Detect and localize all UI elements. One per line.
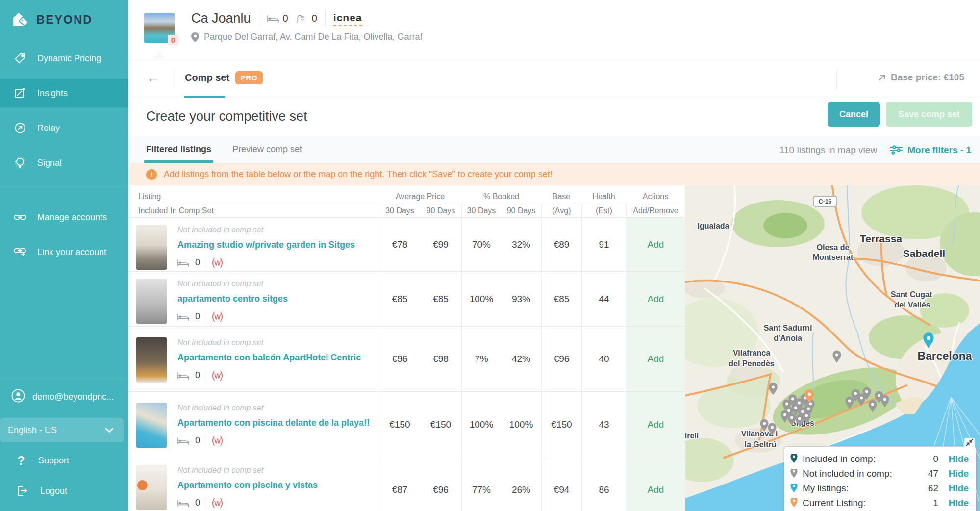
bed-count: 0 bbox=[195, 370, 200, 381]
listing-name-link[interactable]: Apartamento con piscina y vistas bbox=[177, 479, 318, 492]
svg-text:Barcelona: Barcelona bbox=[917, 350, 972, 362]
subheader-30-days-price[interactable]: 30 Days bbox=[379, 204, 420, 217]
avg-90: €98 bbox=[420, 327, 461, 391]
base-avg: €96 bbox=[541, 327, 581, 391]
avg-30: €150 bbox=[379, 392, 420, 458]
col-header-health[interactable]: Health bbox=[581, 192, 626, 201]
cancel-button[interactable]: Cancel bbox=[828, 102, 880, 127]
back-arrow-icon[interactable]: ← bbox=[146, 70, 160, 86]
legend-row-included: Included in comp: 0 Hide bbox=[790, 452, 969, 466]
legend-row-current-listing: Current Listing: 1 Hide bbox=[790, 496, 969, 511]
svg-text:Terrassa: Terrassa bbox=[860, 233, 902, 244]
collapse-icon[interactable] bbox=[964, 438, 975, 449]
avg-90: €99 bbox=[420, 218, 461, 271]
col-header-pct-booked[interactable]: % Booked bbox=[461, 192, 541, 201]
thumbnail-caret bbox=[154, 52, 165, 58]
subheader-90-days-booked[interactable]: 90 Days bbox=[501, 206, 541, 215]
route-badge: C-16 bbox=[813, 196, 837, 206]
base-price[interactable]: Base price: €105 bbox=[878, 72, 964, 83]
tag-icon bbox=[13, 52, 27, 65]
beds-count: 0 bbox=[283, 13, 288, 24]
support-link[interactable]: ? Support bbox=[0, 445, 128, 476]
subheader-30-days-booked[interactable]: 30 Days bbox=[461, 204, 501, 217]
col-header-average-price[interactable]: Average Price bbox=[379, 192, 461, 201]
base-avg: €94 bbox=[541, 458, 581, 511]
svg-text:la Geltrú: la Geltrú bbox=[745, 440, 777, 449]
sidebar-item-label: Link your account bbox=[37, 247, 106, 257]
hide-link[interactable]: Hide bbox=[943, 468, 969, 479]
sub-tab-bar: Filtered listings Preview comp set 110 l… bbox=[128, 136, 980, 163]
svg-text:C-16: C-16 bbox=[818, 198, 831, 205]
info-banner: i Add listings from the table below or t… bbox=[128, 163, 980, 185]
svg-text:Sant Sadurní: Sant Sadurní bbox=[764, 324, 812, 332]
listing-name-link[interactable]: Apartamento con balcón ApartHotel Centri… bbox=[177, 351, 361, 365]
avg-90: €150 bbox=[420, 392, 461, 458]
arrow-up-right-icon bbox=[878, 74, 886, 81]
map-view[interactable]: C-16 Igualada Olesa de Montserrat Terras… bbox=[685, 185, 980, 511]
thumbnail-badge: 0 bbox=[168, 35, 178, 45]
tab-filtered-listings[interactable]: Filtered listings bbox=[146, 144, 211, 154]
listing-name-link[interactable]: Amazing studio w/private garden in Sitge… bbox=[177, 238, 355, 252]
user-avatar-icon bbox=[11, 388, 25, 406]
booked-90: 42% bbox=[501, 327, 541, 391]
hide-link[interactable]: Hide bbox=[943, 483, 969, 494]
col-header-listing[interactable]: Listing bbox=[128, 192, 379, 201]
add-button[interactable]: Add bbox=[648, 354, 664, 364]
svg-text:lrell: lrell bbox=[685, 432, 699, 440]
property-thumbnail[interactable]: 0 bbox=[144, 13, 175, 43]
booked-30: 7% bbox=[461, 327, 501, 391]
shower-icon bbox=[296, 14, 308, 23]
add-button[interactable]: Add bbox=[648, 419, 664, 430]
comp-status: Not included in comp set bbox=[177, 280, 288, 288]
listing-thumbnail bbox=[136, 465, 167, 510]
relay-icon bbox=[13, 122, 27, 134]
listing-name-link[interactable]: apartamento centro sitges bbox=[177, 292, 288, 306]
health-score: 91 bbox=[581, 218, 626, 271]
sidebar-item-insights[interactable]: Insights bbox=[0, 79, 128, 107]
sidebar-item-link-account[interactable]: Link your account bbox=[0, 238, 128, 266]
health-score: 43 bbox=[581, 392, 626, 458]
table-row: Not included in comp set Amazing studio … bbox=[128, 218, 685, 272]
tab-comp-set[interactable]: Comp set PRO bbox=[185, 71, 263, 84]
bed-icon bbox=[177, 436, 189, 445]
hide-link[interactable]: Hide bbox=[943, 454, 969, 464]
booked-90: 26% bbox=[501, 458, 541, 511]
account-email[interactable]: demo@beyondpric... bbox=[0, 379, 128, 415]
chevron-down-icon bbox=[105, 425, 114, 435]
save-comp-set-button[interactable]: Save comp set bbox=[886, 102, 972, 127]
sidebar-item-dynamic-pricing[interactable]: Dynamic Pricing bbox=[0, 44, 128, 73]
info-icon: i bbox=[146, 169, 157, 180]
booked-30: 70% bbox=[461, 218, 501, 271]
col-header-actions: Actions bbox=[626, 192, 685, 201]
logout-button[interactable]: Logout bbox=[0, 476, 128, 506]
hide-link[interactable]: Hide bbox=[943, 498, 969, 509]
subheader-add-remove: Add/Remove bbox=[626, 204, 685, 217]
tab-preview-comp-set[interactable]: Preview comp set bbox=[232, 144, 302, 154]
add-button[interactable]: Add bbox=[648, 485, 664, 495]
filter-sliders-icon bbox=[890, 145, 903, 155]
listing-thumbnail bbox=[136, 279, 167, 324]
sidebar-item-signal[interactable]: Signal bbox=[0, 149, 128, 177]
comp-status: Not included in comp set bbox=[177, 338, 361, 347]
listing-name-link[interactable]: Apartamento con piscina delante de la pl… bbox=[177, 416, 370, 430]
banner-text: Add listings from the table below or the… bbox=[164, 169, 553, 179]
sidebar-item-label: Dynamic Pricing bbox=[37, 53, 101, 64]
bed-icon bbox=[177, 499, 189, 508]
col-header-base[interactable]: Base bbox=[541, 192, 581, 201]
language-select[interactable]: English - US bbox=[0, 418, 124, 442]
add-button[interactable]: Add bbox=[648, 239, 664, 250]
sidebar-item-relay[interactable]: Relay bbox=[0, 114, 128, 142]
listing-thumbnail bbox=[136, 403, 167, 448]
subheader-90-days-price[interactable]: 90 Days bbox=[420, 206, 461, 215]
legend-row-not-included: Not included in comp: 47 Hide bbox=[790, 466, 969, 481]
booked-30: 100% bbox=[461, 272, 501, 326]
add-button[interactable]: Add bbox=[648, 294, 664, 305]
pin-icon-orange bbox=[790, 498, 798, 508]
question-mark-icon: ? bbox=[15, 454, 27, 468]
pin-icon-gray bbox=[790, 469, 798, 479]
bed-count: 0 bbox=[195, 498, 200, 508]
listing-thumbnail bbox=[136, 225, 167, 270]
base-avg: €85 bbox=[541, 272, 581, 326]
more-filters-button[interactable]: More filters - 1 bbox=[890, 145, 971, 155]
sidebar-item-manage-accounts[interactable]: Manage accounts bbox=[0, 203, 128, 231]
